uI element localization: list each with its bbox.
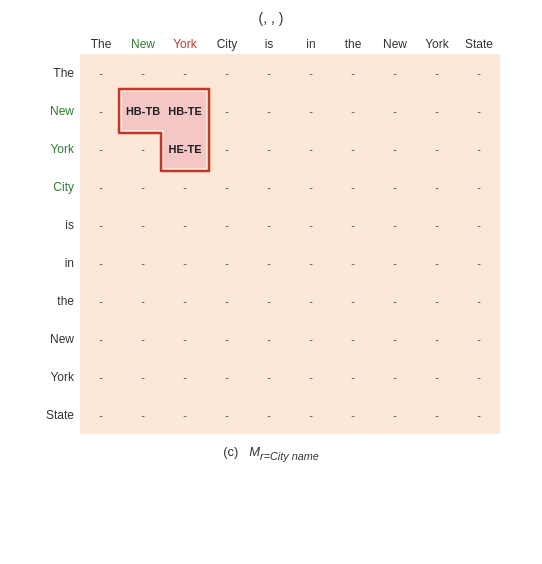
cell-1-1: HB-TB [122,92,164,130]
cell-6-9: - [458,282,500,320]
row-label-4: is [42,206,80,244]
cell-7-7: - [374,320,416,358]
corner-cell [42,34,80,54]
row-label-2: York [42,130,80,168]
cell-0-8: - [416,54,458,92]
cell-1-5: - [290,92,332,130]
cell-5-5: - [290,244,332,282]
cell-7-5: - [290,320,332,358]
cell-6-7: - [374,282,416,320]
cell-7-2: - [164,320,206,358]
cell-4-1: - [122,206,164,244]
cell-9-1: - [122,396,164,434]
comma1: , [263,10,271,26]
cell-5-4: - [248,244,290,282]
col-header-3: City [206,34,248,54]
cell-3-4: - [248,168,290,206]
cell-5-1: - [122,244,164,282]
cell-3-8: - [416,168,458,206]
cell-8-8: - [416,358,458,396]
cell-7-4: - [248,320,290,358]
cell-1-2: HB-TE [164,92,206,130]
cell-4-4: - [248,206,290,244]
matrix-table: The New York City is in the New York Sta… [42,34,500,434]
cell-5-2: - [164,244,206,282]
cell-2-8: - [416,130,458,168]
col-header-8: York [416,34,458,54]
cell-0-2: - [164,54,206,92]
cell-7-6: - [332,320,374,358]
cell-0-3: - [206,54,248,92]
cell-7-0: - [80,320,122,358]
cell-8-9: - [458,358,500,396]
cell-8-1: - [122,358,164,396]
cell-2-1: - [122,130,164,168]
cell-5-9: - [458,244,500,282]
cell-7-3: - [206,320,248,358]
cell-7-1: - [122,320,164,358]
cell-5-0: - [80,244,122,282]
cell-3-7: - [374,168,416,206]
cell-4-6: - [332,206,374,244]
cell-3-0: - [80,168,122,206]
col-header-2: York [164,34,206,54]
cell-8-6: - [332,358,374,396]
cell-0-4: - [248,54,290,92]
cell-9-3: - [206,396,248,434]
cell-6-1: - [122,282,164,320]
cell-2-4: - [248,130,290,168]
cell-0-9: - [458,54,500,92]
grid-container: The New York City is in the New York Sta… [42,34,500,434]
cell-9-4: - [248,396,290,434]
cell-9-2: - [164,396,206,434]
cell-4-2: - [164,206,206,244]
cell-2-9: - [458,130,500,168]
row-label-0: The [42,54,80,92]
cell-3-9: - [458,168,500,206]
cell-8-2: - [164,358,206,396]
cell-6-0: - [80,282,122,320]
cell-6-8: - [416,282,458,320]
row-label-7: New [42,320,80,358]
cell-4-3: - [206,206,248,244]
row-label-5: in [42,244,80,282]
comma2: , [271,10,279,26]
col-header-7: New [374,34,416,54]
cell-2-3: - [206,130,248,168]
cell-4-0: - [80,206,122,244]
cell-7-8: - [416,320,458,358]
caption-label: (c) [223,444,245,459]
cell-1-0: - [80,92,122,130]
title: (, , ) [259,10,284,26]
col-header-6: the [332,34,374,54]
cell-5-6: - [332,244,374,282]
cell-2-2: HE-TE [164,130,206,168]
col-header-9: State [458,34,500,54]
cell-0-1: - [122,54,164,92]
cell-3-1: - [122,168,164,206]
cell-0-6: - [332,54,374,92]
cell-2-7: - [374,130,416,168]
cell-5-3: - [206,244,248,282]
cell-9-8: - [416,396,458,434]
cell-5-8: - [416,244,458,282]
cell-6-4: - [248,282,290,320]
cell-1-8: - [416,92,458,130]
cell-1-6: - [332,92,374,130]
cell-9-0: - [80,396,122,434]
row-label-3: City [42,168,80,206]
cell-9-6: - [332,396,374,434]
caption-sub: r=City name [260,450,319,462]
row-label-8: York [42,358,80,396]
cell-4-7: - [374,206,416,244]
cell-1-3: - [206,92,248,130]
cell-6-5: - [290,282,332,320]
cell-9-7: - [374,396,416,434]
row-label-9: State [42,396,80,434]
cell-1-4: - [248,92,290,130]
col-header-0: The [80,34,122,54]
cell-8-5: - [290,358,332,396]
cell-0-7: - [374,54,416,92]
cell-4-8: - [416,206,458,244]
cell-7-9: - [458,320,500,358]
